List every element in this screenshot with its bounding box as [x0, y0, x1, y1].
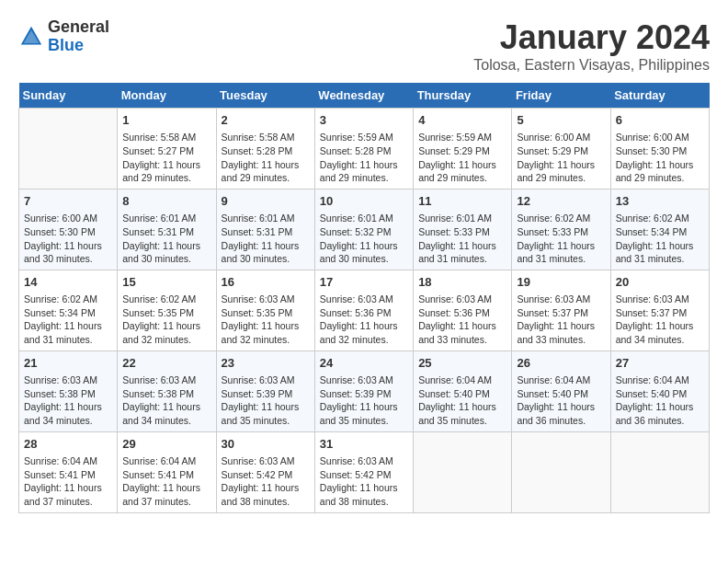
- month-title: January 2024: [473, 18, 710, 57]
- calendar-cell: 28Sunrise: 6:04 AM Sunset: 5:41 PM Dayli…: [19, 431, 118, 512]
- weekday-monday: Monday: [118, 83, 216, 109]
- calendar-cell: 14Sunrise: 6:02 AM Sunset: 5:34 PM Dayli…: [19, 270, 118, 350]
- day-number: 19: [517, 274, 605, 291]
- calendar-cell: 29Sunrise: 6:04 AM Sunset: 5:41 PM Dayli…: [118, 431, 216, 512]
- calendar-cell: 23Sunrise: 6:03 AM Sunset: 5:39 PM Dayli…: [216, 350, 314, 431]
- day-info: Sunrise: 6:01 AM Sunset: 5:31 PM Dayligh…: [222, 212, 310, 266]
- day-info: Sunrise: 5:59 AM Sunset: 5:29 PM Dayligh…: [418, 131, 506, 185]
- day-info: Sunrise: 6:03 AM Sunset: 5:38 PM Dayligh…: [24, 373, 112, 428]
- calendar-cell: 11Sunrise: 6:01 AM Sunset: 5:33 PM Dayli…: [414, 189, 512, 270]
- title-block: January 2024 Tolosa, Eastern Visayas, Ph…: [473, 18, 710, 74]
- calendar-cell: 15Sunrise: 6:02 AM Sunset: 5:35 PM Dayli…: [118, 270, 216, 350]
- weekday-tuesday: Tuesday: [216, 83, 314, 109]
- day-number: 26: [517, 355, 605, 372]
- day-info: Sunrise: 6:03 AM Sunset: 5:35 PM Dayligh…: [222, 293, 310, 347]
- weekday-thursday: Thursday: [414, 83, 512, 109]
- calendar-cell: 16Sunrise: 6:03 AM Sunset: 5:35 PM Dayli…: [216, 270, 314, 350]
- weekday-sunday: Sunday: [19, 83, 118, 109]
- day-info: Sunrise: 6:01 AM Sunset: 5:32 PM Dayligh…: [320, 212, 408, 266]
- day-number: 24: [320, 355, 408, 372]
- day-info: Sunrise: 6:03 AM Sunset: 5:39 PM Dayligh…: [320, 373, 408, 428]
- calendar-cell: 26Sunrise: 6:04 AM Sunset: 5:40 PM Dayli…: [512, 350, 610, 431]
- day-number: 31: [320, 436, 408, 453]
- day-number: 7: [24, 193, 112, 210]
- weekday-saturday: Saturday: [610, 83, 709, 109]
- day-number: 25: [418, 355, 506, 372]
- day-number: 16: [222, 274, 310, 291]
- day-info: Sunrise: 6:03 AM Sunset: 5:42 PM Dayligh…: [320, 454, 408, 509]
- calendar-cell: 18Sunrise: 6:03 AM Sunset: 5:36 PM Dayli…: [414, 270, 512, 350]
- week-row-1: 1Sunrise: 5:58 AM Sunset: 5:27 PM Daylig…: [19, 109, 710, 190]
- calendar-cell: 12Sunrise: 6:02 AM Sunset: 5:33 PM Dayli…: [512, 189, 610, 270]
- day-info: Sunrise: 6:00 AM Sunset: 5:30 PM Dayligh…: [616, 131, 704, 185]
- day-number: 13: [616, 193, 704, 210]
- day-info: Sunrise: 6:03 AM Sunset: 5:42 PM Dayligh…: [222, 454, 310, 509]
- day-number: 11: [418, 193, 506, 210]
- calendar-cell: 5Sunrise: 6:00 AM Sunset: 5:29 PM Daylig…: [512, 109, 610, 190]
- day-number: 17: [320, 274, 408, 291]
- calendar-cell: 3Sunrise: 5:59 AM Sunset: 5:28 PM Daylig…: [314, 109, 413, 190]
- calendar-cell: [512, 431, 610, 512]
- day-info: Sunrise: 6:04 AM Sunset: 5:41 PM Dayligh…: [24, 454, 112, 509]
- day-info: Sunrise: 6:02 AM Sunset: 5:34 PM Dayligh…: [24, 293, 112, 347]
- calendar-cell: 17Sunrise: 6:03 AM Sunset: 5:36 PM Dayli…: [314, 270, 413, 350]
- calendar-cell: 31Sunrise: 6:03 AM Sunset: 5:42 PM Dayli…: [314, 431, 413, 512]
- page-header: General Blue January 2024 Tolosa, Easter…: [18, 18, 710, 74]
- calendar-table: SundayMondayTuesdayWednesdayThursdayFrid…: [18, 83, 710, 513]
- day-number: 10: [320, 193, 408, 210]
- day-number: 22: [122, 355, 210, 372]
- day-number: 8: [122, 193, 210, 210]
- day-number: 30: [222, 436, 310, 453]
- day-info: Sunrise: 5:59 AM Sunset: 5:28 PM Dayligh…: [320, 131, 408, 185]
- day-info: Sunrise: 6:03 AM Sunset: 5:36 PM Dayligh…: [320, 293, 408, 347]
- calendar-cell: 9Sunrise: 6:01 AM Sunset: 5:31 PM Daylig…: [216, 189, 314, 270]
- day-number: 2: [222, 112, 310, 129]
- day-info: Sunrise: 6:02 AM Sunset: 5:35 PM Dayligh…: [122, 293, 210, 347]
- day-number: 21: [24, 355, 112, 372]
- calendar-cell: 20Sunrise: 6:03 AM Sunset: 5:37 PM Dayli…: [610, 270, 709, 350]
- day-info: Sunrise: 6:04 AM Sunset: 5:40 PM Dayligh…: [616, 373, 704, 428]
- calendar-cell: 24Sunrise: 6:03 AM Sunset: 5:39 PM Dayli…: [314, 350, 413, 431]
- weekday-wednesday: Wednesday: [314, 83, 413, 109]
- day-number: 15: [122, 274, 210, 291]
- day-info: Sunrise: 5:58 AM Sunset: 5:27 PM Dayligh…: [122, 131, 210, 185]
- day-info: Sunrise: 6:03 AM Sunset: 5:36 PM Dayligh…: [418, 293, 506, 347]
- day-info: Sunrise: 6:04 AM Sunset: 5:40 PM Dayligh…: [517, 373, 605, 428]
- day-info: Sunrise: 5:58 AM Sunset: 5:28 PM Dayligh…: [222, 131, 310, 185]
- calendar-cell: 10Sunrise: 6:01 AM Sunset: 5:32 PM Dayli…: [314, 189, 413, 270]
- calendar-cell: 19Sunrise: 6:03 AM Sunset: 5:37 PM Dayli…: [512, 270, 610, 350]
- day-info: Sunrise: 6:03 AM Sunset: 5:37 PM Dayligh…: [616, 293, 704, 347]
- day-number: 12: [517, 193, 605, 210]
- day-number: 28: [24, 436, 112, 453]
- week-row-4: 21Sunrise: 6:03 AM Sunset: 5:38 PM Dayli…: [19, 350, 710, 431]
- logo-blue-text: Blue: [48, 36, 84, 54]
- day-number: 5: [517, 112, 605, 129]
- day-info: Sunrise: 6:02 AM Sunset: 5:34 PM Dayligh…: [616, 212, 704, 266]
- day-number: 3: [320, 112, 408, 129]
- week-row-5: 28Sunrise: 6:04 AM Sunset: 5:41 PM Dayli…: [19, 431, 710, 512]
- day-number: 9: [222, 193, 310, 210]
- day-number: 18: [418, 274, 506, 291]
- day-number: 23: [222, 355, 310, 372]
- calendar-cell: 22Sunrise: 6:03 AM Sunset: 5:38 PM Dayli…: [118, 350, 216, 431]
- calendar-cell: 30Sunrise: 6:03 AM Sunset: 5:42 PM Dayli…: [216, 431, 314, 512]
- day-info: Sunrise: 6:00 AM Sunset: 5:29 PM Dayligh…: [517, 131, 605, 185]
- calendar-cell: [19, 109, 118, 190]
- day-info: Sunrise: 6:02 AM Sunset: 5:33 PM Dayligh…: [517, 212, 605, 266]
- calendar-cell: [610, 431, 709, 512]
- week-row-2: 7Sunrise: 6:00 AM Sunset: 5:30 PM Daylig…: [19, 189, 710, 270]
- calendar-cell: 8Sunrise: 6:01 AM Sunset: 5:31 PM Daylig…: [118, 189, 216, 270]
- day-number: 20: [616, 274, 704, 291]
- calendar-cell: 13Sunrise: 6:02 AM Sunset: 5:34 PM Dayli…: [610, 189, 709, 270]
- logo-icon: [18, 24, 44, 50]
- day-number: 6: [616, 112, 704, 129]
- day-info: Sunrise: 6:03 AM Sunset: 5:39 PM Dayligh…: [222, 373, 310, 428]
- calendar-cell: [414, 431, 512, 512]
- logo: General Blue: [18, 18, 109, 55]
- calendar-cell: 1Sunrise: 5:58 AM Sunset: 5:27 PM Daylig…: [118, 109, 216, 190]
- day-info: Sunrise: 6:01 AM Sunset: 5:31 PM Dayligh…: [122, 212, 210, 266]
- week-row-3: 14Sunrise: 6:02 AM Sunset: 5:34 PM Dayli…: [19, 270, 710, 350]
- calendar-cell: 27Sunrise: 6:04 AM Sunset: 5:40 PM Dayli…: [610, 350, 709, 431]
- calendar-cell: 25Sunrise: 6:04 AM Sunset: 5:40 PM Dayli…: [414, 350, 512, 431]
- calendar-cell: 7Sunrise: 6:00 AM Sunset: 5:30 PM Daylig…: [19, 189, 118, 270]
